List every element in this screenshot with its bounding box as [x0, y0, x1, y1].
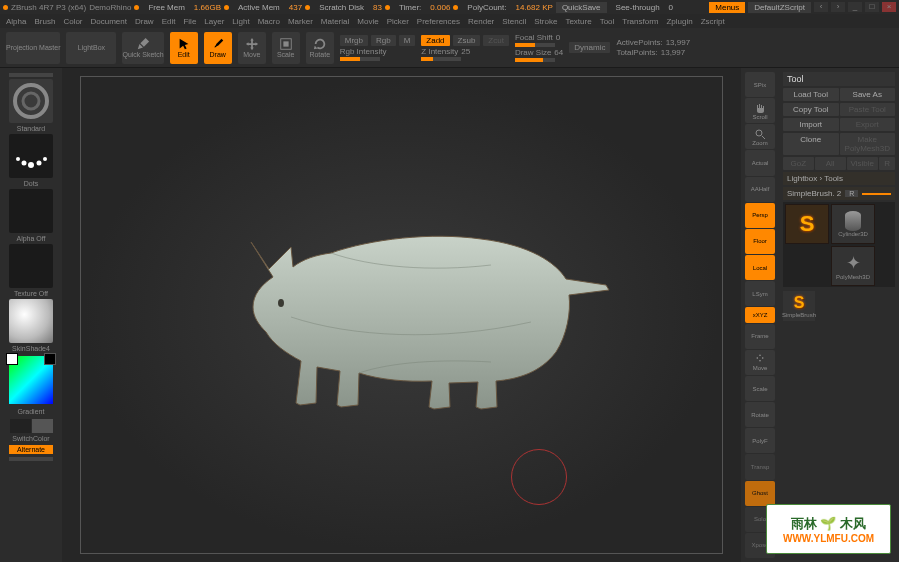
- zoom-button[interactable]: Zoom: [745, 124, 775, 149]
- left-slider-bottom[interactable]: [9, 457, 53, 461]
- save-as-button[interactable]: Save As: [840, 88, 896, 101]
- alpha-thumb[interactable]: [9, 189, 53, 233]
- menu-layer[interactable]: Layer: [201, 17, 227, 26]
- rotate-button[interactable]: Rotate: [306, 32, 334, 64]
- default-script-button[interactable]: DefaultZScript: [748, 2, 811, 13]
- color-swatches[interactable]: [10, 419, 53, 433]
- swatch-main[interactable]: [10, 419, 31, 433]
- polyf-button[interactable]: PolyF: [745, 428, 775, 453]
- minimize-button[interactable]: _: [848, 2, 862, 12]
- menu-brush[interactable]: Brush: [31, 17, 58, 26]
- goz-all-button[interactable]: All: [815, 157, 846, 170]
- goz-button[interactable]: GoZ: [783, 157, 814, 170]
- menu-marker[interactable]: Marker: [285, 17, 316, 26]
- menu-zscript[interactable]: Zscript: [698, 17, 728, 26]
- menu-render[interactable]: Render: [465, 17, 497, 26]
- zadd-toggle[interactable]: Zadd: [421, 35, 449, 46]
- persp-button[interactable]: Persp: [745, 203, 775, 228]
- menus-button[interactable]: Menus: [709, 2, 745, 13]
- active-tool-thumb[interactable]: SSimpleBrush: [783, 291, 815, 321]
- scroll-button[interactable]: Scroll: [745, 98, 775, 123]
- menu-file[interactable]: File: [180, 17, 199, 26]
- menu-picker[interactable]: Picker: [384, 17, 412, 26]
- menu-texture[interactable]: Texture: [562, 17, 594, 26]
- menu-transform[interactable]: Transform: [619, 17, 661, 26]
- lightbox-button[interactable]: LightBox: [66, 32, 116, 64]
- viewport[interactable]: [80, 76, 723, 554]
- draw-size-slider[interactable]: [515, 58, 555, 62]
- alternate-button[interactable]: Alternate: [9, 445, 53, 454]
- menu-stencil[interactable]: Stencil: [499, 17, 529, 26]
- z-intensity-slider[interactable]: [421, 57, 461, 61]
- menu-movie[interactable]: Movie: [354, 17, 381, 26]
- swatch-secondary[interactable]: [32, 419, 53, 433]
- goz-r-button[interactable]: R: [879, 157, 895, 170]
- menu-edit[interactable]: Edit: [159, 17, 179, 26]
- rhino-model[interactable]: [191, 177, 611, 437]
- menu-material[interactable]: Material: [318, 17, 352, 26]
- material-thumb[interactable]: [9, 299, 53, 343]
- menu-tool[interactable]: Tool: [597, 17, 618, 26]
- zcut-toggle[interactable]: Zcut: [483, 35, 509, 46]
- left-slider[interactable]: [9, 73, 53, 77]
- lsym-button[interactable]: LSym: [745, 281, 775, 306]
- scale-button[interactable]: Scale: [272, 32, 300, 64]
- mrgb-toggle[interactable]: Mrgb: [340, 35, 368, 46]
- simplebrush-header[interactable]: SimpleBrush. 2R: [783, 187, 895, 200]
- vp-scale-button[interactable]: Scale: [745, 376, 775, 401]
- tool-cylinder3d[interactable]: Cylinder3D: [831, 204, 875, 244]
- tool-simplebrush[interactable]: S: [785, 204, 829, 244]
- menu-zplugin[interactable]: Zplugin: [663, 17, 695, 26]
- menu-document[interactable]: Document: [88, 17, 130, 26]
- draw-button[interactable]: Draw: [204, 32, 232, 64]
- zsub-toggle[interactable]: Zsub: [453, 35, 481, 46]
- vp-move-button[interactable]: Move: [745, 350, 775, 375]
- menu-draw[interactable]: Draw: [132, 17, 157, 26]
- actual-button[interactable]: Actual: [745, 150, 775, 175]
- menu-macro[interactable]: Macro: [255, 17, 283, 26]
- move-button[interactable]: Move: [238, 32, 266, 64]
- local-button[interactable]: Local: [745, 255, 775, 280]
- dynamic-toggle[interactable]: Dynamic: [569, 42, 610, 53]
- stroke-thumb[interactable]: [9, 134, 53, 178]
- spix-button[interactable]: SPix: [745, 72, 775, 97]
- menu-color[interactable]: Color: [60, 17, 85, 26]
- expand-button[interactable]: ›: [831, 2, 845, 12]
- goz-visible-button[interactable]: Visible: [847, 157, 878, 170]
- export-button[interactable]: Export: [840, 118, 896, 131]
- projection-master-button[interactable]: Projection Master: [6, 32, 60, 64]
- m-toggle[interactable]: M: [399, 35, 416, 46]
- lightbox-tools-header[interactable]: Lightbox › Tools: [783, 172, 895, 185]
- edit-button[interactable]: Edit: [170, 32, 198, 64]
- rgb-intensity-slider[interactable]: [340, 57, 380, 61]
- rgb-toggle[interactable]: Rgb: [371, 35, 396, 46]
- maximize-button[interactable]: □: [865, 2, 879, 12]
- paste-tool-button[interactable]: Paste Tool: [840, 103, 896, 116]
- make-polymesh-button[interactable]: Make PolyMesh3D: [840, 133, 896, 155]
- load-tool-button[interactable]: Load Tool: [783, 88, 839, 101]
- r-button[interactable]: R: [845, 190, 858, 197]
- brush-thumb[interactable]: [9, 79, 53, 123]
- close-button[interactable]: ×: [882, 2, 896, 12]
- menu-stroke[interactable]: Stroke: [531, 17, 560, 26]
- vp-rotate-button[interactable]: Rotate: [745, 402, 775, 427]
- clone-button[interactable]: Clone: [783, 133, 839, 155]
- tool-polymesh3d[interactable]: ✦PolyMesh3D: [831, 246, 875, 286]
- frame-button[interactable]: Frame: [745, 324, 775, 349]
- import-button[interactable]: Import: [783, 118, 839, 131]
- aahalf-button[interactable]: AAHalf: [745, 177, 775, 202]
- copy-tool-button[interactable]: Copy Tool: [783, 103, 839, 116]
- menu-light[interactable]: Light: [229, 17, 252, 26]
- ghost-button[interactable]: Ghost: [745, 481, 775, 506]
- texture-thumb[interactable]: [9, 244, 53, 288]
- quicksave-button[interactable]: QuickSave: [556, 2, 607, 13]
- quicksketch-button[interactable]: Quick Sketch: [122, 32, 163, 64]
- xyz-button[interactable]: xXYZ: [745, 307, 775, 322]
- menu-preferences[interactable]: Preferences: [414, 17, 463, 26]
- floor-button[interactable]: Floor: [745, 229, 775, 254]
- transp-button[interactable]: Transp: [745, 454, 775, 479]
- focal-shift-slider[interactable]: [515, 43, 555, 47]
- menu-alpha[interactable]: Alpha: [3, 17, 29, 26]
- collapse-button[interactable]: ‹: [814, 2, 828, 12]
- color-picker[interactable]: [9, 356, 53, 404]
